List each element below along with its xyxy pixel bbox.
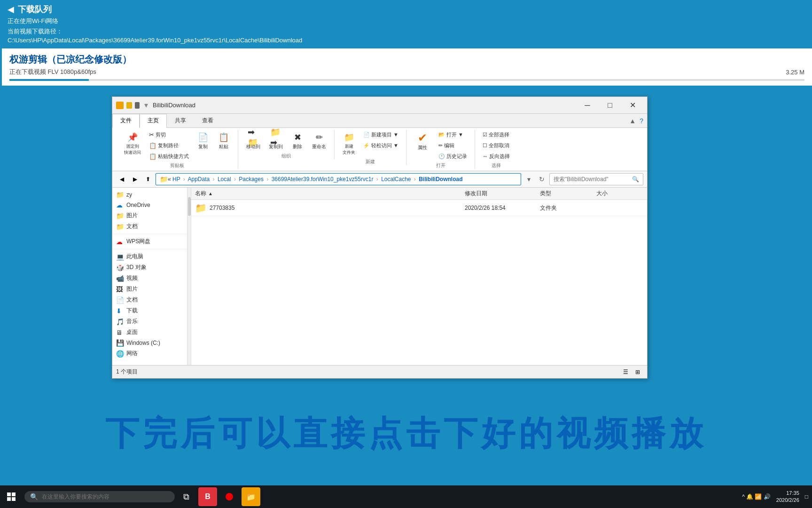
taskbar-time: 17:35 2020/2/26: [773, 490, 803, 504]
search-input[interactable]: [554, 176, 630, 183]
folder-icon-2: [126, 102, 132, 109]
sidebar-divider-1: [112, 234, 187, 234]
search-box[interactable]: 🔍: [549, 173, 643, 185]
taskbar-explorer-app[interactable]: 📁: [242, 487, 260, 506]
status-bar: 1 个项目 ☰ ⊞: [112, 365, 647, 378]
sort-icon: ▲: [208, 191, 213, 196]
clipboard-small-btns: ✂ 剪切 📋 复制路径 📋 粘贴快捷方式: [146, 130, 192, 161]
help-btn[interactable]: ?: [640, 117, 643, 125]
organize-group: ➡📁 移动到 📁➡ 复制到 ✖ 删除 ✏ 重命名 组织: [238, 130, 335, 159]
expand-address-button[interactable]: ▾: [523, 174, 534, 185]
refresh-button[interactable]: ↻: [536, 174, 547, 185]
sidebar-item-music[interactable]: 🎵 音乐: [112, 316, 187, 327]
file-list-header: 名称 ▲ 修改日期 类型 大小: [191, 188, 647, 200]
tab-file[interactable]: 文件: [112, 114, 140, 128]
this-pc-icon: 💻: [116, 253, 124, 261]
taskbar-search[interactable]: 🔍: [24, 491, 175, 502]
sidebar-item-zy[interactable]: 📁 zy: [112, 190, 187, 200]
cut-button[interactable]: ✂ 剪切: [146, 130, 192, 140]
address-path[interactable]: 📁 « HP › AppData › Local › Packages › 36…: [156, 173, 521, 185]
open-button[interactable]: 📂 打开 ▼: [436, 130, 470, 140]
sidebar-item-onedrive[interactable]: ☁ OneDrive: [112, 200, 187, 210]
history-button[interactable]: 🕐 历史记录: [436, 151, 470, 161]
download-status-row: 正在下载视频 FLV 1080p&60fps 3.25 M: [9, 68, 804, 76]
doc-icon: 📄: [116, 296, 124, 304]
select-none-button[interactable]: ☐ 全部取消: [480, 141, 513, 151]
new-item-button[interactable]: 📄 新建项目 ▼: [360, 130, 401, 140]
copy-to-button[interactable]: 📁➡ 复制到: [265, 130, 286, 152]
folder-zy-icon: 📁: [116, 191, 124, 198]
tab-home[interactable]: 主页: [140, 114, 167, 128]
table-row[interactable]: 📁 27703835 2020/2/26 18:54 文件夹: [191, 200, 647, 216]
paste-shortcut-icon: 📋: [149, 153, 156, 160]
new-folder-button[interactable]: 📁 新建文件夹: [339, 130, 359, 158]
network-icon: 🌐: [116, 350, 124, 357]
minimize-button[interactable]: ─: [577, 99, 598, 112]
paste-shortcut-button[interactable]: 📋 粘贴快捷方式: [146, 151, 192, 161]
3d-icon: 🎲: [116, 264, 124, 271]
sidebar-item-3d[interactable]: 🎲 3D 对象: [112, 262, 187, 273]
pic-icon: 🖼: [116, 286, 124, 293]
edit-button[interactable]: ✏ 编辑: [436, 141, 470, 151]
start-button[interactable]: [0, 485, 23, 508]
ribbon-collapse-btn[interactable]: ▲: [629, 117, 636, 125]
rename-icon: ✏: [313, 132, 325, 143]
sidebar-item-pictures[interactable]: 📁 图片: [112, 210, 187, 221]
sidebar-item-wps[interactable]: ☁ WPS网盘: [112, 236, 187, 247]
sidebar-item-this-pc[interactable]: 💻 此电脑: [112, 251, 187, 262]
move-to-icon: ➡📁: [248, 132, 259, 143]
back-button[interactable]: ◀: [8, 4, 14, 15]
taskbar-search-input[interactable]: [42, 493, 169, 500]
clipboard-label: 剪贴板: [170, 162, 184, 169]
sidebar-item-drive-c[interactable]: 💾 Windows (C:): [112, 338, 187, 348]
properties-button[interactable]: ✔ 属性: [411, 130, 434, 152]
title-controls: ─ □ ✕: [577, 99, 643, 112]
invert-button[interactable]: ↔ 反向选择: [480, 151, 513, 161]
open-group: ✔ 属性 📂 打开 ▼ ✏ 编辑 🕐 历史记录 打开: [406, 130, 475, 169]
easy-access-button[interactable]: ⚡ 轻松访问 ▼: [360, 141, 401, 151]
open-label: 打开: [436, 162, 445, 169]
list-view-button[interactable]: ☰: [620, 367, 631, 377]
new-group-items: 📁 新建文件夹 📄 新建项目 ▼ ⚡ 轻松访问 ▼: [339, 130, 401, 158]
delete-button[interactable]: ✖ 删除: [288, 130, 307, 152]
copy-button[interactable]: 📄 复制: [194, 130, 212, 152]
taskbar-record-button[interactable]: [218, 485, 241, 508]
notification-button[interactable]: □: [805, 493, 808, 500]
up-nav-button[interactable]: ⬆: [142, 174, 154, 185]
copy-path-button[interactable]: 📋 复制路径: [146, 141, 192, 151]
forward-nav-button[interactable]: ▶: [129, 174, 141, 185]
paste-button[interactable]: 📋 粘贴: [214, 130, 233, 152]
col-size[interactable]: 大小: [596, 190, 643, 198]
sidebar-item-video[interactable]: 📹 视频: [112, 273, 187, 284]
sidebar-item-network[interactable]: 🌐 网络: [112, 348, 187, 359]
title-bar: ▾ BilibiliDownload ─ □ ✕: [112, 97, 647, 114]
maximize-button[interactable]: □: [599, 99, 621, 112]
col-date[interactable]: 修改日期: [465, 190, 540, 198]
move-to-button[interactable]: ➡📁 移动到: [243, 130, 264, 152]
sidebar-item-documents[interactable]: 📁 文档: [112, 221, 187, 232]
select-all-button[interactable]: ☑ 全部选择: [480, 130, 513, 140]
col-type[interactable]: 类型: [540, 190, 596, 198]
sidebar-item-downloads[interactable]: ⬇ 下载: [112, 305, 187, 316]
sidebar-item-desktop[interactable]: 🖥 桌面: [112, 327, 187, 338]
download-item: 权游剪辑（已凉纪念修改版） 正在下载视频 FLV 1080p&60fps 3.2…: [0, 48, 812, 86]
back-nav-button[interactable]: ◀: [116, 174, 127, 185]
grid-view-button[interactable]: ⊞: [632, 367, 643, 377]
task-view-button[interactable]: ⧉: [175, 485, 197, 508]
app-title: 下载队列: [18, 4, 52, 15]
taskbar-app-bilibili[interactable]: B: [198, 487, 217, 506]
new-group: 📁 新建文件夹 📄 新建项目 ▼ ⚡ 轻松访问 ▼ 新建: [335, 130, 406, 165]
sidebar-item-pic[interactable]: 🖼 图片: [112, 284, 187, 294]
system-icons[interactable]: ^ 🔔 📶 🔊: [742, 493, 771, 500]
sidebar-scroll-thumb[interactable]: [188, 197, 191, 216]
col-name[interactable]: 名称 ▲: [195, 190, 465, 198]
close-button[interactable]: ✕: [622, 99, 643, 112]
sidebar-item-doc[interactable]: 📄 文档: [112, 294, 187, 305]
pin-button[interactable]: 📌 固定到快速访问: [121, 130, 144, 158]
tab-share[interactable]: 共享: [167, 114, 194, 127]
rename-button[interactable]: ✏ 重命名: [309, 130, 329, 152]
tab-view[interactable]: 查看: [194, 114, 221, 127]
sidebar-scrollbar[interactable]: [187, 188, 191, 365]
organize-group-items: ➡📁 移动到 📁➡ 复制到 ✖ 删除 ✏ 重命名: [243, 130, 329, 152]
file-name: 27703835: [210, 205, 234, 211]
